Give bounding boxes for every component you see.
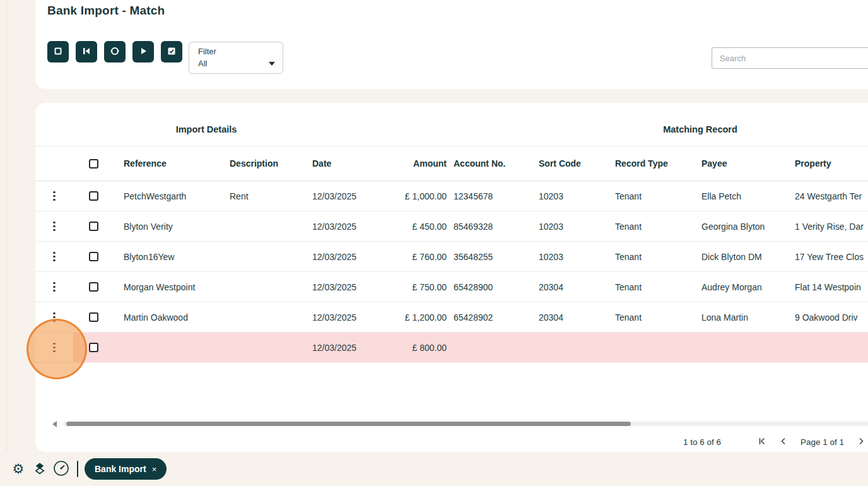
cell-record-type: Tenant [612, 222, 698, 232]
cell-account-no: 65428900 [450, 282, 536, 292]
kebab-menu-icon [53, 222, 56, 232]
modules-icon [33, 462, 46, 477]
row-menu-button[interactable] [47, 187, 62, 205]
filter-label: Filter [198, 47, 216, 56]
skip-back-button[interactable] [76, 41, 97, 62]
kebab-menu-icon [53, 312, 56, 323]
row-menu-button[interactable] [47, 218, 62, 235]
kebab-menu-icon [53, 191, 56, 201]
col-header-description: Description [220, 158, 302, 169]
first-page-button[interactable] [756, 435, 768, 449]
cell-payee: Audrey Morgan [698, 282, 792, 292]
tab-label: Bank Import [95, 464, 146, 474]
cell-amount: £ 450.00 [385, 222, 450, 232]
cell-amount: £ 750.00 [385, 282, 450, 292]
table-header-row: Reference Description Date Amount Accoun… [35, 146, 868, 181]
col-header-date: Date [302, 158, 385, 169]
settings-button[interactable]: ⚙ [8, 458, 29, 480]
cell-record-type: Tenant [612, 191, 698, 201]
filter-dropdown[interactable]: Filter All [189, 42, 283, 74]
cell-sort-code: 20304 [536, 312, 612, 323]
cell-record-type: Tenant [612, 312, 698, 323]
table-panel: Import Details Matching Record Reference… [35, 103, 868, 452]
table-row: Blyton16Yew 12/03/2025 £ 760.00 35648255… [35, 242, 868, 272]
row-menu-button[interactable] [47, 339, 62, 357]
table-row: PetchWestgarth Rent 12/03/2025 £ 1,000.0… [35, 181, 868, 211]
cell-property: 9 Oakwood Driv [792, 312, 868, 323]
row-checkbox[interactable] [89, 343, 98, 352]
cell-sort-code: 20304 [536, 282, 612, 292]
toolbar [47, 41, 182, 62]
scroll-left-arrow-icon[interactable] [52, 421, 57, 427]
cell-reference: Blyton16Yew [114, 252, 220, 262]
cell-amount: £ 1,000.00 [385, 191, 450, 201]
page-title: Bank Import - Match [47, 4, 165, 18]
stop-button[interactable] [47, 41, 69, 62]
play-button[interactable] [132, 41, 154, 62]
cell-property: 1 Verity Rise, Dar [792, 222, 868, 232]
cell-property: 17 Yew Tree Clos [792, 252, 868, 262]
kebab-menu-icon [53, 343, 56, 353]
row-checkbox[interactable] [89, 312, 98, 322]
cell-property [792, 333, 868, 362]
cell-payee [698, 333, 792, 362]
cell-account-no: 85469328 [450, 222, 536, 232]
cell-amount: £ 800.00 [385, 333, 450, 362]
row-checkbox[interactable] [89, 282, 98, 292]
col-header-account-no: Account No. [450, 158, 536, 169]
modules-button[interactable] [29, 458, 50, 480]
confirm-button[interactable] [161, 41, 182, 62]
col-header-property: Property [792, 158, 868, 169]
cell-payee: Lona Martin [698, 312, 792, 323]
row-checkbox[interactable] [89, 222, 98, 231]
kebab-menu-icon [53, 252, 56, 262]
chevron-down-icon [269, 62, 275, 66]
table-row: Martin Oakwood 12/03/2025 £ 1,200.00 654… [35, 302, 868, 333]
previous-page-button[interactable] [777, 435, 790, 449]
row-menu-button[interactable] [47, 278, 62, 296]
close-icon[interactable]: × [152, 465, 157, 474]
chevron-right-icon [856, 436, 866, 448]
cell-account-no: 35648255 [450, 252, 536, 262]
tab-bank-import[interactable]: Bank Import × [85, 458, 167, 480]
cell-reference: Blyton Verity [114, 222, 220, 232]
cell-payee: Georgina Blyton [698, 222, 792, 232]
first-page-icon [757, 436, 767, 448]
gear-icon: ⚙ [13, 463, 25, 476]
cell-sort-code: 10203 [536, 252, 612, 262]
cell-sort-code [536, 333, 612, 362]
col-header-reference: Reference [114, 158, 220, 169]
group-header-matching-record: Matching Record [615, 124, 785, 134]
pagination-range: 1 to 6 of 6 [683, 437, 721, 447]
cell-sort-code: 10203 [536, 191, 612, 201]
scrollbar-thumb[interactable] [66, 422, 631, 426]
cell-property: Flat 14 Westpoin [792, 282, 868, 292]
refresh-button[interactable] [104, 41, 126, 62]
row-menu-button[interactable] [47, 248, 62, 266]
cell-reference [114, 333, 220, 362]
col-header-record-type: Record Type [612, 158, 698, 169]
col-header-sort-code: Sort Code [536, 158, 612, 169]
next-page-button[interactable] [855, 435, 867, 449]
row-checkbox[interactable] [89, 191, 98, 201]
dashboard-icon [53, 460, 69, 478]
search-input[interactable] [712, 47, 868, 69]
cell-record-type: Tenant [612, 282, 698, 292]
row-checkbox[interactable] [89, 252, 98, 261]
stop-icon [53, 46, 63, 58]
cell-date: 12/03/2025 [302, 191, 385, 201]
kebab-menu-icon [53, 282, 56, 292]
cell-date: 12/03/2025 [302, 222, 385, 232]
refresh-icon [110, 46, 120, 58]
cell-date: 12/03/2025 [302, 282, 385, 292]
cell-account-no: 12345678 [450, 191, 536, 201]
dashboard-button[interactable] [50, 458, 72, 480]
filter-value: All [198, 59, 207, 68]
row-menu-button[interactable] [47, 309, 62, 326]
cell-payee: Dick Blyton DM [698, 252, 792, 262]
select-all-checkbox[interactable] [89, 159, 98, 169]
cell-date: 12/03/2025 [302, 252, 385, 262]
table-row-highlighted: 12/03/2025 £ 800.00 [35, 333, 868, 363]
left-edge-divider [6, 0, 7, 486]
cell-property: 24 Westgarth Ter [792, 191, 868, 201]
